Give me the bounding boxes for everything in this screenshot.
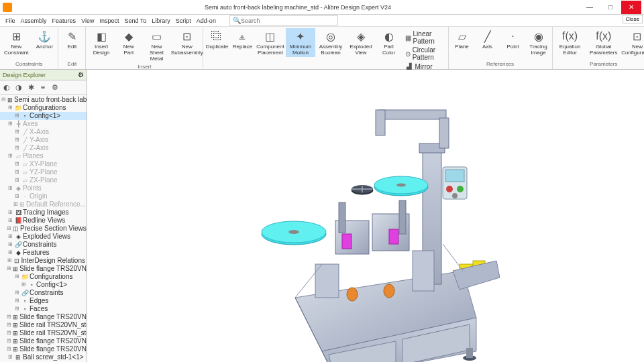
- menu-features[interactable]: Features: [50, 16, 79, 25]
- tree-item[interactable]: ⊞⊞Slide rail TRS20VN_std-1<1>: [0, 321, 87, 329]
- sidebar-title: Design Explorer: [3, 72, 46, 78]
- tree-item[interactable]: ⊞▫Config<1>: [0, 281, 87, 289]
- 3d-viewport[interactable]: [87, 70, 644, 362]
- tree-item[interactable]: ⊞▱YZ-Plane: [0, 168, 87, 176]
- tree-item[interactable]: ⊞◈Exploded Views: [0, 233, 87, 241]
- tree-item[interactable]: ⊞▫Config<1>: [0, 112, 87, 120]
- tree-item[interactable]: ⊞╱Y-Axis: [0, 136, 87, 144]
- svg-rect-16: [445, 170, 464, 182]
- tree-item[interactable]: ⊞📕Redline Views: [0, 217, 87, 225]
- svg-point-37: [384, 284, 394, 298]
- maximize-button[interactable]: □: [600, 1, 621, 14]
- tree-item[interactable]: ⊞◆Features: [0, 249, 87, 257]
- menu-script[interactable]: Script: [173, 16, 194, 25]
- design-tree[interactable]: ⊟ ⊞ Semi auto front-back labeling machin…: [0, 95, 87, 362]
- tree-item[interactable]: ⊞◆Points: [0, 184, 87, 192]
- new-constraint-icon: ⊞: [9, 29, 23, 43]
- minimize-button[interactable]: —: [580, 1, 600, 14]
- menu-file[interactable]: File: [3, 16, 18, 25]
- close-tooltip: Close: [623, 15, 643, 23]
- tree-item[interactable]: ⊞╱X-Axis: [0, 128, 87, 136]
- svg-rect-38: [315, 264, 339, 298]
- svg-point-17: [446, 186, 453, 192]
- menu-add-on[interactable]: Add-on: [194, 16, 219, 25]
- ribbon-btn-plane[interactable]: ▱Plane: [450, 28, 474, 51]
- tree-item[interactable]: ⊞📁Configurations: [0, 104, 87, 112]
- model-view[interactable]: [87, 70, 644, 362]
- tree-item[interactable]: ⊞╋Axes: [0, 120, 87, 128]
- ribbon: ⊞New Constraint⚓AnchorConstraints✎EditEd…: [0, 27, 644, 70]
- svg-rect-39: [413, 251, 434, 291]
- tree-item[interactable]: ⊞⊞Default Reference...: [0, 200, 87, 208]
- tree-item[interactable]: ⊞🔗Constraints: [0, 241, 87, 249]
- ribbon-btn-assembly-boolean[interactable]: ◎Assembly Boolean: [317, 28, 345, 57]
- tree-item[interactable]: ⊞·Origin: [0, 192, 87, 200]
- tree-item[interactable]: ⊞⊡InterDesign Relations: [0, 257, 87, 265]
- svg-rect-33: [389, 229, 398, 244]
- svg-point-22: [288, 230, 299, 234]
- ribbon-btn-new-part[interactable]: ◆New Part: [117, 28, 141, 57]
- window-title: Semi auto front-back labeling machine_st…: [16, 4, 580, 11]
- svg-rect-42: [339, 202, 345, 233]
- ribbon-btn-duplicate[interactable]: ⿻Duplicate: [205, 28, 229, 51]
- sidebar-header: Design Explorer ⚙: [0, 70, 87, 80]
- tree-item[interactable]: ⊞▱XY-Plane: [0, 160, 87, 168]
- sidebar-tool-4[interactable]: ⚙: [50, 82, 60, 93]
- close-button[interactable]: ✕: [621, 1, 641, 14]
- tree-item[interactable]: ⊞▱Planes: [0, 152, 87, 160]
- sidebar-tool-3[interactable]: ≡: [38, 82, 48, 93]
- ribbon-btn-point[interactable]: ·Point: [501, 28, 525, 51]
- sidebar-tool-0[interactable]: ◐: [1, 82, 12, 93]
- sidebar-gear-icon[interactable]: ⚙: [78, 71, 84, 78]
- ribbon-btn-tracing-image[interactable]: ◉Tracing Image: [527, 28, 551, 57]
- tree-item[interactable]: ⊞⊞Ball screw_std-1<1>: [0, 353, 87, 361]
- menu-assembly[interactable]: Assembly: [18, 16, 50, 25]
- tree-item[interactable]: ⊞⊞Slide flange TRS20VN_std-1<3>: [0, 337, 87, 345]
- tree-item[interactable]: ⊞🔗Constraints: [0, 289, 87, 297]
- tree-item[interactable]: ⊞⊞Slide flange TRS20VN_std-1<1>: [0, 265, 87, 273]
- ribbon-btn-new-subassembly[interactable]: ⊡New Subassembly: [172, 28, 201, 57]
- ribbon-btn-axis[interactable]: ╱Axis: [476, 28, 500, 51]
- tree-item[interactable]: ⊞⊞Slide rail TRS20VN_std-1<2>: [0, 329, 87, 337]
- ribbon-btn-edit[interactable]: ✎Edit: [60, 28, 84, 51]
- menu-library[interactable]: Library: [149, 16, 173, 25]
- ribbon-btn-exploded-view[interactable]: ◈Exploded View: [347, 28, 376, 57]
- ribbon-btn-new-constraint[interactable]: ⊞New Constraint: [1, 28, 31, 57]
- tree-item[interactable]: ⊞◫Precise Section Views: [0, 225, 87, 233]
- window-controls: — □ ✕: [580, 1, 641, 14]
- ribbon-btn-anchor[interactable]: ⚓Anchor: [32, 28, 56, 51]
- ribbon-item-linear-pattern[interactable]: ▦Linear Pattern: [404, 29, 445, 46]
- search-input[interactable]: [241, 17, 335, 24]
- tree-item[interactable]: ⊞⊞Slide flange TRS20VN_std-1<4>: [0, 345, 87, 353]
- tree-item[interactable]: ⊞▫Faces: [0, 305, 87, 313]
- ribbon-btn-new-configuration[interactable]: ⊡New Configuration: [621, 28, 644, 57]
- tree-item[interactable]: ⊞╱Z-Axis: [0, 144, 87, 152]
- tree-root[interactable]: ⊟ ⊞ Semi auto front-back labeling machin…: [0, 96, 87, 104]
- tree-item[interactable]: ⊞▫Edges: [0, 297, 87, 305]
- ribbon-btn-equation-editor[interactable]: f(x)Equation Editor: [554, 28, 586, 57]
- ribbon-btn-part-color[interactable]: ◐Part Color: [377, 28, 401, 57]
- tree-item[interactable]: ⊞📁Configurations: [0, 273, 87, 281]
- ribbon-btn-global-parameters[interactable]: f(x)Global Parameters: [588, 28, 620, 57]
- menu-view[interactable]: View: [78, 16, 97, 25]
- tree-item[interactable]: ⊞🖼Tracing Images: [0, 208, 87, 217]
- ribbon-item-circular-pattern[interactable]: ⊙Circular Pattern: [404, 46, 445, 62]
- ribbon-btn-insert-design[interactable]: ◧Insert Design: [87, 28, 115, 57]
- menu-inspect[interactable]: Inspect: [97, 16, 121, 25]
- ribbon-btn-replace[interactable]: ⟁Replace: [230, 28, 254, 51]
- tracing-image-icon: ◉: [532, 29, 545, 43]
- part-color-icon: ◐: [382, 29, 396, 43]
- ribbon-btn-new-sheet-metal[interactable]: ▭New Sheet Metal: [142, 28, 171, 63]
- tree-item[interactable]: ⊞⊞Slide flange TRS20VN_std-1<2>: [0, 313, 87, 321]
- sidebar-tool-2[interactable]: ✱: [25, 82, 36, 93]
- ribbon-btn-component-placement[interactable]: ◫Component Placement: [256, 28, 284, 57]
- new-configuration-icon: ⊡: [631, 29, 644, 43]
- search-box[interactable]: 🔍: [229, 15, 338, 25]
- assembly-boolean-icon: ◎: [324, 29, 337, 43]
- menu-sendto[interactable]: Send To: [121, 16, 149, 25]
- ribbon-btn-minimum-motion[interactable]: ✦Minimum Motion: [286, 28, 315, 57]
- ribbon-group-constraints: ⊞New Constraint⚓AnchorConstraints: [0, 27, 58, 69]
- sidebar-tool-1[interactable]: ◑: [13, 82, 24, 93]
- tree-item[interactable]: ⊞▱ZX-Plane: [0, 176, 87, 184]
- svg-point-18: [457, 186, 464, 192]
